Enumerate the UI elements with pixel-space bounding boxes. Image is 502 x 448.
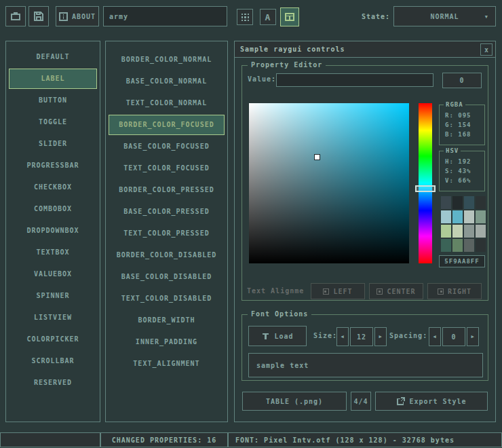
- font-options-group: Font Options Load Size: ◀ 12 ▶ Spacing: …: [242, 314, 488, 381]
- property-editor-group: Property Editor Value: 0 RGBA R: 095 G: …: [242, 65, 488, 301]
- sv-picker[interactable]: [249, 103, 409, 263]
- value-label: Value:: [248, 75, 276, 83]
- palette-swatch[interactable]: [476, 239, 486, 252]
- align-left-icon: [323, 288, 329, 295]
- palette-swatch[interactable]: [441, 196, 451, 209]
- export-icon: [396, 397, 405, 406]
- hue-slider[interactable]: [419, 103, 432, 263]
- palette-swatch[interactable]: [441, 210, 451, 223]
- properties-list-item[interactable]: INNER_PADDING: [109, 332, 225, 352]
- export-style-button[interactable]: Export Style: [375, 392, 488, 411]
- controls-list-item[interactable]: COMBOBOX: [9, 199, 97, 219]
- size-decrement-button[interactable]: ◀: [336, 327, 349, 346]
- properties-list-item[interactable]: BASE_COLOR_DISABLED: [109, 267, 225, 287]
- sv-cursor[interactable]: [314, 154, 320, 160]
- style-table-button[interactable]: [280, 7, 299, 26]
- load-style-button[interactable]: [5, 6, 26, 26]
- properties-list-item[interactable]: TEXT_COLOR_NORMAL: [109, 93, 225, 113]
- controls-list-item[interactable]: VALUEBOX: [9, 264, 97, 284]
- align-left-button[interactable]: LEFT: [311, 283, 365, 299]
- properties-list-item[interactable]: BASE_COLOR_NORMAL: [109, 71, 225, 92]
- controls-list-item[interactable]: LABEL: [9, 69, 97, 89]
- properties-list-item[interactable]: TEXT_COLOR_PRESSED: [109, 223, 225, 244]
- palette-swatch[interactable]: [476, 225, 486, 238]
- spacing-increment-button[interactable]: ▶: [467, 327, 479, 346]
- palette-swatch[interactable]: [476, 210, 486, 223]
- style-name-input[interactable]: [103, 6, 227, 26]
- controls-list-item[interactable]: TEXTBOX: [9, 242, 97, 263]
- controls-list-item[interactable]: BUTTON: [9, 90, 97, 111]
- align-center-button[interactable]: CENTER: [369, 283, 423, 299]
- properties-list-item[interactable]: BORDER_COLOR_NORMAL: [109, 50, 225, 70]
- value-box-text: 0: [459, 77, 464, 84]
- properties-list-item[interactable]: BASE_COLOR_FOCUSED: [109, 136, 225, 157]
- controls-list-item[interactable]: CHECKBOX: [9, 177, 97, 198]
- palette-swatch[interactable]: [452, 225, 463, 238]
- controls-list-item[interactable]: SLIDER: [9, 134, 97, 154]
- hsv-s-value: S: 43%: [440, 166, 484, 176]
- rgba-title: RGBA: [444, 101, 465, 108]
- controls-list-item[interactable]: TOGGLE: [9, 112, 97, 132]
- palette-swatch[interactable]: [464, 239, 474, 252]
- palette-swatch[interactable]: [452, 239, 463, 252]
- palette-swatch[interactable]: [464, 196, 474, 209]
- controls-list-item[interactable]: RESERVED: [9, 373, 97, 393]
- window-titlebar[interactable]: Sample raygui controls: [235, 41, 495, 58]
- rgba-r-value: R: 095: [440, 111, 484, 120]
- properties-list-item[interactable]: BORDER_COLOR_FOCUSED: [109, 115, 225, 135]
- spacing-decrement-button[interactable]: ◀: [429, 327, 441, 346]
- hsv-title: HSV: [444, 147, 461, 154]
- sample-text-value: sample text: [256, 362, 309, 369]
- properties-list-item[interactable]: TEXT_COLOR_FOCUSED: [109, 158, 225, 179]
- size-increment-button[interactable]: ▶: [374, 327, 387, 346]
- export-style-label: Export Style: [409, 398, 466, 405]
- save-style-button[interactable]: [28, 6, 49, 26]
- align-right-button[interactable]: RIGHT: [427, 283, 482, 299]
- controls-list-item[interactable]: LISTVIEW: [9, 307, 97, 328]
- value-box[interactable]: 0: [442, 73, 482, 88]
- table-format-button[interactable]: TABLE (.png): [242, 392, 347, 411]
- rguistyler-app: { "toolbar": { "about_label": "ABOUT", "…: [0, 0, 502, 448]
- pages-indicator[interactable]: 4/4: [351, 392, 371, 411]
- spacing-value-box[interactable]: 0: [442, 327, 465, 346]
- properties-list-item[interactable]: TEXT_ALIGNMENT: [109, 354, 225, 374]
- properties-list-item[interactable]: BORDER_COLOR_DISABLED: [109, 245, 225, 265]
- hex-value-box[interactable]: 5F9AA8FF: [439, 255, 485, 267]
- icons-grid-button[interactable]: [237, 9, 253, 25]
- palette-swatch[interactable]: [452, 210, 463, 223]
- controls-list-item[interactable]: DEFAULT: [9, 47, 97, 67]
- palette-swatch[interactable]: [441, 225, 451, 238]
- table-icon: [284, 12, 295, 22]
- palette-swatch[interactable]: [452, 196, 463, 209]
- load-font-button[interactable]: Load: [248, 326, 307, 346]
- controls-list-item[interactable]: SCROLLBAR: [9, 351, 97, 371]
- hex-value-text: 5F9AA8FF: [444, 258, 479, 265]
- palette-swatch[interactable]: [441, 239, 451, 252]
- font-button[interactable]: A: [260, 9, 276, 25]
- hue-cursor[interactable]: [415, 185, 436, 192]
- properties-list-item[interactable]: BORDER_COLOR_PRESSED: [109, 180, 225, 200]
- pages-indicator-value: 4/4: [353, 398, 368, 405]
- palette-swatch[interactable]: [464, 225, 474, 238]
- font-info-status: FONT: Pixel Intv.otf (128 x 128) - 32768…: [228, 432, 502, 447]
- state-dropdown-value: NORMAL: [430, 13, 459, 20]
- properties-list-item[interactable]: BASE_COLOR_PRESSED: [109, 202, 225, 222]
- palette-swatch[interactable]: [476, 196, 486, 209]
- state-dropdown[interactable]: NORMAL ▼: [393, 6, 496, 26]
- window-title: Sample raygui controls: [240, 45, 345, 53]
- controls-list-item[interactable]: SPINNER: [9, 286, 97, 306]
- palette-swatch[interactable]: [464, 210, 474, 223]
- value-input[interactable]: [276, 73, 433, 87]
- controls-list-item[interactable]: DROPDOWNBOX: [9, 221, 97, 241]
- properties-list-item[interactable]: TEXT_COLOR_DISABLED: [109, 288, 225, 309]
- properties-list-item[interactable]: BORDER_WIDTH: [109, 310, 225, 331]
- size-value-box[interactable]: 12: [350, 327, 373, 346]
- about-button[interactable]: ABOUT: [56, 6, 99, 26]
- controls-list-item[interactable]: PROGRESSBAR: [9, 155, 97, 176]
- table-format-label: TABLE (.png): [266, 398, 323, 405]
- close-button[interactable]: x: [480, 43, 493, 56]
- spacing-label: Spacing:: [389, 332, 427, 339]
- text-alignment-label: Text Alignme: [247, 287, 304, 295]
- sample-text-box[interactable]: sample text: [248, 353, 483, 377]
- controls-list-item[interactable]: COLORPICKER: [9, 329, 97, 350]
